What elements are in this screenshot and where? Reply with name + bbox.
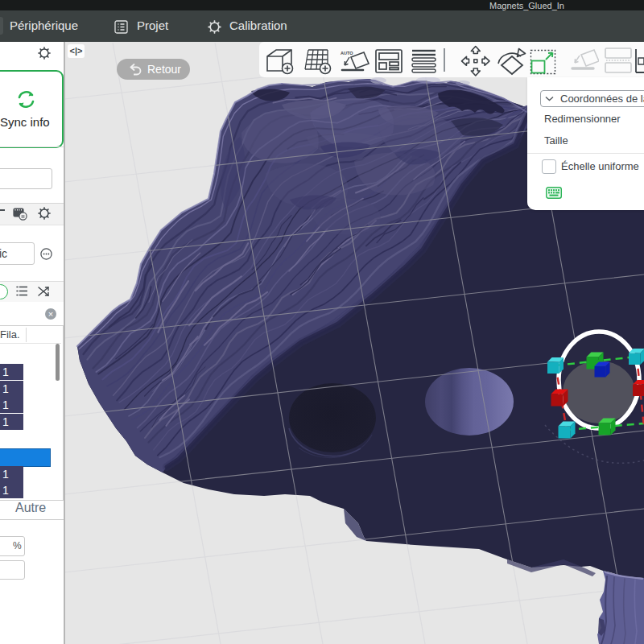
svg-text:AUTO: AUTO xyxy=(341,51,353,56)
